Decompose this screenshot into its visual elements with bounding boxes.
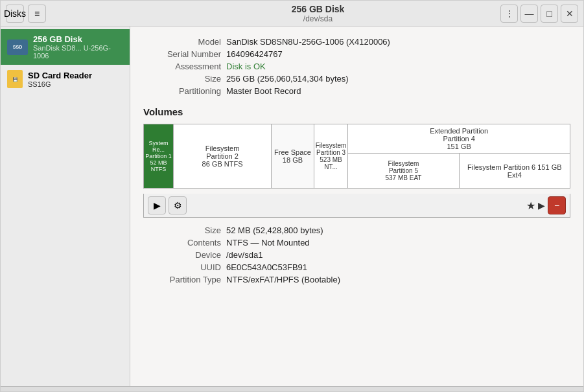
hamburger-icon: ≡ bbox=[34, 8, 40, 19]
partition-6[interactable]: Filesystem Partition 6 151 GB Ext4 bbox=[460, 154, 570, 188]
minimize-button[interactable]: — bbox=[520, 5, 538, 23]
delete-button[interactable]: − bbox=[548, 196, 566, 214]
sd-icon-label: 💾 bbox=[13, 77, 18, 82]
extended-partition-header: Extended PartitionPartition 4151 GB bbox=[348, 124, 570, 154]
size-value: 256 GB (256,060,514,304 bytes) bbox=[226, 74, 570, 84]
app-name-label: Disks bbox=[4, 8, 26, 19]
vol-partition-type-label: Partition Type bbox=[143, 275, 221, 284]
model-value: SanDisk SD8SN8U-256G-1006 (X4120006) bbox=[226, 37, 570, 47]
assessment-value: Disk is OK bbox=[226, 62, 570, 71]
disk-info-grid: Model SanDisk SD8SN8U-256G-1006 (X412000… bbox=[143, 37, 570, 96]
minimize-icon: — bbox=[525, 8, 534, 19]
serial-value: 164096424767 bbox=[226, 49, 570, 59]
model-label: Model bbox=[143, 37, 221, 47]
partition-3-label: Filesystem Partition 3 523 MB NT... bbox=[316, 142, 347, 170]
more-icon: ⋮ bbox=[505, 8, 514, 19]
partition-2-label: Filesystem Partition 2 86 GB NTFS bbox=[202, 144, 243, 168]
partition-2[interactable]: Filesystem Partition 2 86 GB NTFS bbox=[174, 124, 272, 188]
ssd-item-info: 256 GB Disk SanDisk SD8... U-256G-1006 bbox=[33, 34, 123, 60]
volume-details: Size 52 MB (52,428,800 bytes) Contents N… bbox=[143, 225, 570, 284]
size-label: Size bbox=[143, 74, 221, 84]
gear-icon: ⚙ bbox=[174, 200, 182, 211]
vol-device-value: /dev/sda1 bbox=[226, 250, 570, 260]
sd-item-info: SD Card Reader SS16G bbox=[28, 71, 92, 88]
content-area: Model SanDisk SD8SN8U-256G-1006 (X412000… bbox=[130, 27, 583, 386]
volumes-section: Volumes System Re... Partition 1 52 MB N… bbox=[143, 106, 570, 218]
more-options-button[interactable]: ⋮ bbox=[500, 5, 518, 23]
assessment-label: Assessment bbox=[143, 62, 221, 71]
volumes-title: Volumes bbox=[143, 106, 570, 117]
next-icon: ▶ bbox=[538, 200, 545, 211]
serial-label: Serial Number bbox=[143, 49, 221, 59]
maximize-icon: □ bbox=[546, 8, 552, 19]
vol-uuid-label: UUID bbox=[143, 262, 221, 272]
extended-partition-4[interactable]: Extended PartitionPartition 4151 GB File… bbox=[348, 124, 570, 188]
main-layout: SSD 256 GB Disk SanDisk SD8... U-256G-10… bbox=[1, 27, 583, 386]
vol-contents-label: Contents bbox=[143, 238, 221, 248]
partition-3[interactable]: Filesystem Partition 3 523 MB NT... bbox=[314, 124, 349, 188]
gear-button[interactable]: ⚙ bbox=[169, 196, 187, 214]
partitioning-label: Partitioning bbox=[143, 86, 221, 96]
titlebar-left: Disks ≡ bbox=[6, 5, 135, 23]
free-space[interactable]: Free Space18 GB bbox=[272, 124, 314, 188]
vol-uuid-value: 6E0C543A0C53FB91 bbox=[226, 262, 570, 272]
play-button[interactable]: ▶ bbox=[148, 196, 166, 214]
partition-1-label: System Re... Partition 1 52 MB NTFS bbox=[145, 140, 172, 172]
partition-toolbar: ▶ ⚙ ★ ▶ − bbox=[143, 194, 570, 218]
sidebar: SSD 256 GB Disk SanDisk SD8... U-256G-10… bbox=[1, 27, 130, 386]
minus-icon: − bbox=[554, 200, 559, 211]
titlebar-right: ⋮ — □ ✕ bbox=[500, 5, 578, 23]
partition-6-label: Filesystem Partition 6 151 GB Ext4 bbox=[461, 163, 568, 179]
play-icon: ▶ bbox=[154, 200, 161, 211]
sd-item-name: SD Card Reader bbox=[28, 71, 92, 80]
sidebar-item-sd[interactable]: 💾 SD Card Reader SS16G bbox=[1, 65, 130, 93]
ssd-item-sub: SanDisk SD8... U-256G-1006 bbox=[33, 44, 123, 60]
partitioning-value: Master Boot Record bbox=[226, 86, 570, 96]
maximize-button[interactable]: □ bbox=[541, 5, 558, 23]
sd-card-icon: 💾 bbox=[7, 70, 23, 88]
vol-partition-type-value: NTFS/exFAT/HPFS (Bootable) bbox=[226, 275, 570, 284]
ssd-item-name: 256 GB Disk bbox=[33, 34, 123, 44]
sd-item-sub: SS16G bbox=[28, 80, 92, 88]
vol-size-label: Size bbox=[143, 225, 221, 235]
vol-device-label: Device bbox=[143, 250, 221, 260]
sidebar-item-ssd[interactable]: SSD 256 GB Disk SanDisk SD8... U-256G-10… bbox=[1, 29, 130, 65]
vol-contents-value: NTFS — Not Mounted bbox=[226, 238, 570, 248]
titlebar: Disks ≡ 256 GB Disk /dev/sda ⋮ — □ ✕ bbox=[1, 1, 583, 27]
partition-5[interactable]: Filesystem Partition 5 537 MB EAT bbox=[348, 154, 459, 188]
partition-5-label: Filesystem Partition 5 537 MB EAT bbox=[386, 160, 422, 181]
star-icon: ★ bbox=[526, 200, 535, 212]
extended-bottom: Filesystem Partition 5 537 MB EAT Filesy… bbox=[348, 154, 570, 188]
partition-1[interactable]: System Re... Partition 1 52 MB NTFS bbox=[144, 124, 174, 188]
partition-map: System Re... Partition 1 52 MB NTFS File… bbox=[143, 124, 570, 189]
window-subtitle: /dev/sda bbox=[135, 14, 500, 23]
vol-size-value: 52 MB (52,428,800 bytes) bbox=[226, 225, 570, 235]
main-window: Disks ≡ 256 GB Disk /dev/sda ⋮ — □ ✕ bbox=[0, 0, 584, 392]
ssd-disk-icon: SSD bbox=[7, 40, 28, 55]
close-icon: ✕ bbox=[566, 8, 574, 19]
hamburger-button[interactable]: ≡ bbox=[28, 5, 46, 23]
window-title: 256 GB Disk bbox=[135, 4, 500, 14]
ssd-label: SSD bbox=[13, 45, 22, 49]
titlebar-center: 256 GB Disk /dev/sda bbox=[135, 4, 500, 23]
app-menu-button[interactable]: Disks bbox=[6, 5, 24, 23]
bottom-bar bbox=[1, 386, 583, 391]
close-button[interactable]: ✕ bbox=[561, 5, 578, 23]
free-space-label: Free Space18 GB bbox=[274, 148, 311, 164]
